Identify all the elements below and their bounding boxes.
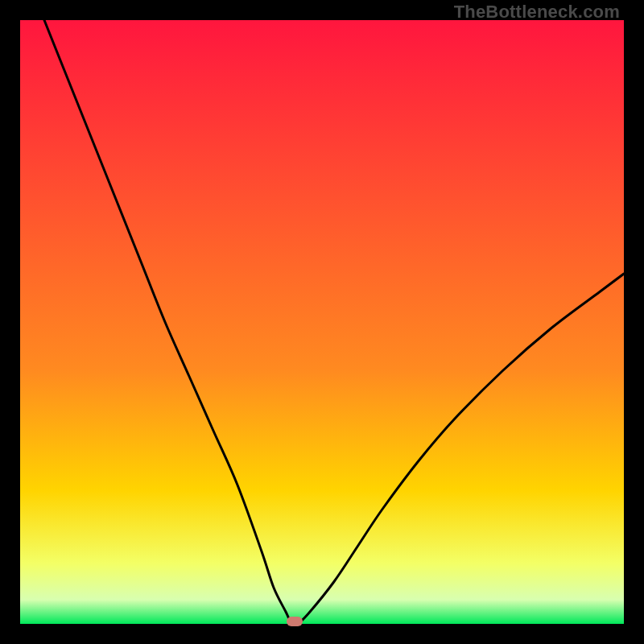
- optimum-marker: [287, 617, 303, 626]
- watermark-text: TheBottleneck.com: [454, 2, 620, 23]
- bottleneck-curve: [20, 20, 624, 624]
- plot-area: [20, 20, 624, 624]
- plot-frame: [20, 20, 624, 624]
